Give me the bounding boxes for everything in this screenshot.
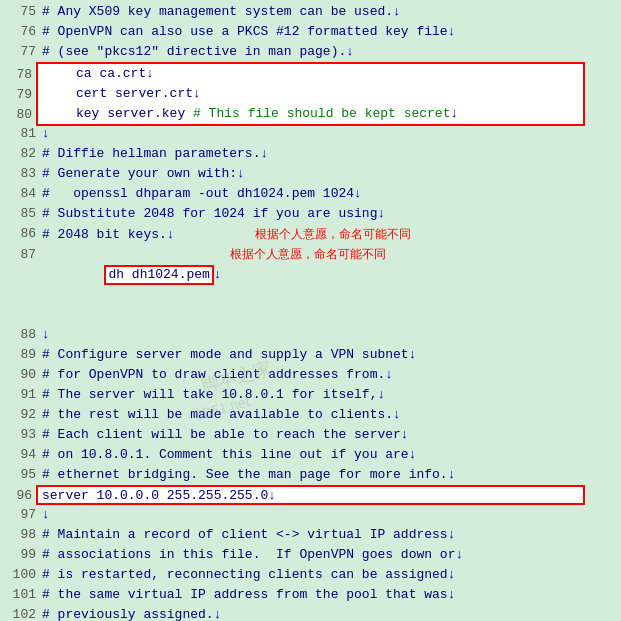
note-87: 根据个人意愿，命名可能不同 <box>255 227 411 241</box>
code-line-82: 82 # Diffie hellman parameters.↓ <box>0 144 621 164</box>
code-line-76: 76 # OpenVPN can also use a PKCS #12 for… <box>0 22 621 42</box>
code-line-88: 88 ↓ <box>0 325 621 345</box>
code-line-87: 87 dh dh1024.pem↓ 根据个人意愿，命名可能不同 <box>0 245 621 325</box>
code-line-87-wrapper: 87 dh dh1024.pem↓ 根据个人意愿，命名可能不同 <box>0 245 621 325</box>
highlight-box-78-80: ca ca.crt↓ cert server.crt↓ key server.k… <box>36 62 585 126</box>
code-line-75: 75 # Any X509 key management system can … <box>0 2 621 22</box>
code-line-81: 81 ↓ <box>0 124 621 144</box>
code-line-98: 98 # Maintain a record of client <-> vir… <box>0 525 621 545</box>
code-line-93: 93 # Each client will be able to reach t… <box>0 425 621 445</box>
code-line-100: 100 # is restarted, reconnecting clients… <box>0 565 621 585</box>
annotation-87: 根据个人意愿，命名可能不同 <box>230 244 386 264</box>
code-line-91: 91 # The server will take 10.8.0.1 for i… <box>0 385 621 405</box>
code-block: 75 # Any X509 key management system can … <box>0 0 621 621</box>
code-line-85: 85 # Substitute 2048 for 1024 if you are… <box>0 204 621 224</box>
code-line-83: 83 # Generate your own with:↓ <box>0 164 621 184</box>
code-line-80: key server.key # This file should be kep… <box>38 104 583 124</box>
code-line-77: 77 # (see "pkcs12" directive in man page… <box>0 42 621 62</box>
code-line-89: 89 # Configure server mode and supply a … <box>0 345 621 365</box>
code-line-78: ca ca.crt↓ <box>38 64 583 84</box>
code-line-94: 94 # on 10.8.0.1. Comment this line out … <box>0 445 621 465</box>
code-line-102: 102 # previously assigned.↓ <box>0 605 621 621</box>
code-line-95: 95 # ethernet bridging. See the man page… <box>0 465 621 485</box>
code-line-86: 86 # 2048 bit keys.↓根据个人意愿，命名可能不同 <box>0 224 621 245</box>
code-line-97: 97 ↓ <box>0 505 621 525</box>
code-line-90: 90 # for OpenVPN to draw client addresse… <box>0 365 621 385</box>
code-line-92: 92 # the rest will be made available to … <box>0 405 621 425</box>
code-line-96-box: server 10.0.0.0 255.255.255.0↓ <box>36 485 585 505</box>
lines-89-95: 89 # Configure server mode and supply a … <box>0 345 621 485</box>
code-line-84: 84 # openssl dhparam -out dh1024.pem 102… <box>0 184 621 204</box>
code-line-79: cert server.crt↓ <box>38 84 583 104</box>
code-line-99: 99 # associations in this file. If OpenV… <box>0 545 621 565</box>
code-line-101: 101 # the same virtual IP address from t… <box>0 585 621 605</box>
